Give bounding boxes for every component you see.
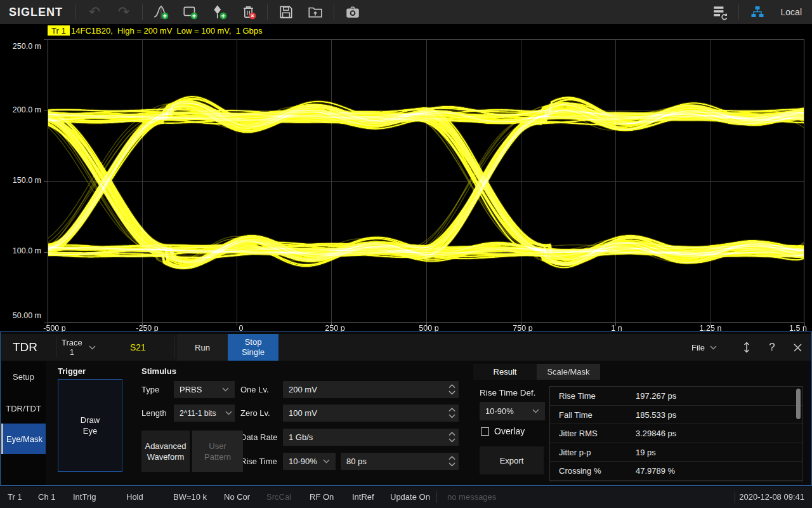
export-button[interactable]: Export xyxy=(480,446,544,474)
chevron-up-icon xyxy=(449,432,455,436)
status-hold[interactable]: Hold xyxy=(126,486,143,508)
tab-tdr-tdt[interactable]: TDR/TDT xyxy=(1,397,46,420)
rise-time-input[interactable]: 80 ps xyxy=(341,453,459,470)
rise-time-def-label: Rise Time Def. xyxy=(480,384,536,401)
add-window-icon[interactable] xyxy=(180,3,201,22)
eye-diagram-plot: 250.0 m 200.0 m 150.0 m 100.0 m 50.00 m … xyxy=(0,38,812,331)
status-message: no messages xyxy=(447,486,496,508)
siglent-instrument-screen: SIGLENT ↶ ↷ xyxy=(0,0,812,508)
local-mode-label[interactable]: Local xyxy=(781,7,802,17)
table-row: Jitter RMS 3.29846 ps xyxy=(550,424,802,443)
spinner-arrows[interactable] xyxy=(449,381,455,398)
status-datetime: 2020-12-08 09:41 xyxy=(739,486,804,508)
open-icon[interactable] xyxy=(304,3,326,22)
status-ref[interactable]: IntRef xyxy=(352,486,374,508)
results-table: Rise Time 197.267 ps Fall Time 185.533 p… xyxy=(549,386,803,481)
status-bar: Tr 1 Ch 1 IntTrig Hold BW=10 k No Cor Sr… xyxy=(0,486,812,508)
spinner-arrows[interactable] xyxy=(449,404,455,422)
chevron-up-icon xyxy=(449,456,455,460)
type-dropdown[interactable]: PRBS xyxy=(174,381,235,398)
y-axis-tick-label: 250.0 m xyxy=(3,41,41,51)
y-axis-tick-label: 150.0 m xyxy=(3,175,41,185)
screenshot-icon[interactable] xyxy=(342,3,363,22)
status-trigger[interactable]: IntTrig xyxy=(73,486,96,508)
draw-eye-button[interactable]: Draw Eye xyxy=(58,379,122,472)
status-correction[interactable]: No Cor xyxy=(224,486,250,508)
tab-result[interactable]: Result xyxy=(473,364,537,380)
display-layout-icon[interactable] xyxy=(709,3,731,22)
y-axis-tick-label: 200.0 m xyxy=(3,105,41,115)
chevron-down-icon xyxy=(225,411,232,415)
trace-selector-dropdown[interactable]: Trace 1 xyxy=(62,334,96,361)
chevron-down-icon xyxy=(222,387,229,392)
run-button[interactable]: Run xyxy=(177,334,228,361)
tab-setup[interactable]: Setup xyxy=(1,365,46,389)
chevron-up-icon xyxy=(449,408,455,412)
chevron-down-icon xyxy=(449,462,455,467)
status-divider xyxy=(436,491,437,503)
resize-panel-icon[interactable] xyxy=(736,334,757,361)
chevron-down-icon xyxy=(710,345,717,350)
table-row: Crossing % 47.9789 % xyxy=(550,462,802,481)
zero-level-input[interactable]: 100 mV xyxy=(283,404,459,422)
type-label: Type xyxy=(141,381,159,398)
trace-selector-label: Trace xyxy=(62,338,82,347)
status-srccal: SrcCal xyxy=(266,486,291,508)
table-row: Fall Time 185.533 ps xyxy=(550,406,802,425)
top-toolbar: SIGLENT ↶ ↷ xyxy=(0,0,812,24)
s-parameter-label[interactable]: S21 xyxy=(130,334,146,361)
chevron-down-icon xyxy=(449,414,455,418)
trace-badge[interactable]: Tr 1 xyxy=(48,25,70,36)
user-pattern-button[interactable]: User Pattern xyxy=(192,431,243,472)
status-bandwidth[interactable]: BW=10 k xyxy=(173,486,207,508)
chevron-down-icon xyxy=(89,345,96,350)
rise-time-label: Rise Time xyxy=(240,453,277,470)
tab-scale-mask[interactable]: Scale/Mask xyxy=(537,364,600,380)
spinner-arrows[interactable] xyxy=(449,429,455,446)
lan-icon[interactable] xyxy=(747,3,768,22)
trace-info-text: 14FC1B20, High = 200 mV Low = 100 mV, 1 … xyxy=(71,25,263,36)
table-scrollbar-thumb[interactable] xyxy=(796,389,801,419)
status-update[interactable]: Update On xyxy=(390,486,430,508)
y-axis-tick-label: 50.00 m xyxy=(3,311,41,321)
add-marker-icon[interactable] xyxy=(209,3,230,22)
tab-eye-mask[interactable]: Eye/Mask xyxy=(1,424,46,454)
table-row: Jitter p-p 19 ps xyxy=(550,443,802,462)
data-rate-input[interactable]: 1 Gb/s xyxy=(283,429,459,446)
rise-time-def-dropdown[interactable]: 10-90% xyxy=(283,453,336,470)
one-level-input[interactable]: 200 mV xyxy=(283,381,459,398)
status-trace[interactable]: Tr 1 xyxy=(8,486,22,508)
panel-title: TDR xyxy=(13,334,37,361)
status-channel[interactable]: Ch 1 xyxy=(38,486,55,508)
stop-single-button[interactable]: Stop Single xyxy=(228,334,278,361)
toolbar-right-group: Local xyxy=(705,0,812,24)
file-menu-button[interactable]: File xyxy=(685,334,723,361)
result-rise-time-def-dropdown[interactable]: 10-90% xyxy=(480,402,545,420)
toolbar-divider xyxy=(142,4,143,20)
save-icon[interactable] xyxy=(275,3,297,22)
tdr-panel-header: TDR Trace 1 S21 Run Stop Single File xyxy=(1,334,811,361)
tdr-dialog-panel: TDR Trace 1 S21 Run Stop Single File xyxy=(0,331,812,486)
trigger-section-header: Trigger xyxy=(58,366,86,376)
length-label: Length xyxy=(141,404,167,422)
one-level-label: One Lv. xyxy=(240,381,269,398)
table-row: Rise Time 197.267 ps xyxy=(550,387,802,406)
help-icon[interactable]: ? xyxy=(761,334,783,361)
trace-selector-value: 1 xyxy=(70,347,74,357)
undo-icon[interactable]: ↶ xyxy=(84,3,105,22)
status-rf[interactable]: RF On xyxy=(310,486,334,508)
spinner-arrows[interactable] xyxy=(449,453,455,470)
checkbox-icon xyxy=(481,427,489,436)
status-divider xyxy=(735,491,735,503)
redo-icon[interactable]: ↷ xyxy=(113,3,134,22)
add-waveform-icon[interactable] xyxy=(150,3,172,22)
delete-icon[interactable] xyxy=(238,3,259,22)
header-divider xyxy=(174,337,174,358)
close-icon[interactable] xyxy=(787,334,808,361)
toolbar-divider xyxy=(334,4,334,20)
zero-level-label: Zero Lv. xyxy=(240,404,270,422)
eye-canvas[interactable] xyxy=(43,36,809,326)
advanced-waveform-button[interactable]: Adavanced Waveform xyxy=(141,431,190,472)
length-dropdown[interactable]: 2^11-1 bits xyxy=(174,404,235,422)
overlay-checkbox[interactable]: Overlay xyxy=(481,426,525,436)
